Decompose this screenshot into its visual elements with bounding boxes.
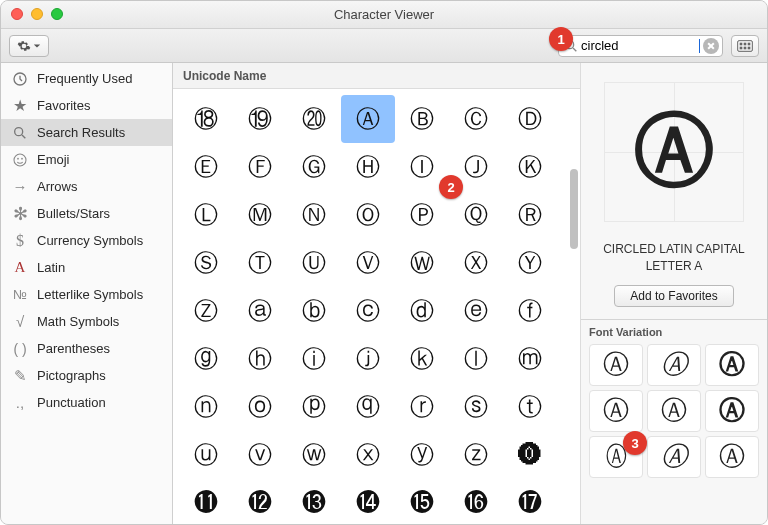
char-cell[interactable]: Ⓦ — [395, 239, 449, 287]
font-variation-cell[interactable]: Ⓐ — [589, 390, 643, 432]
char-cell[interactable]: ⓬ — [233, 479, 287, 524]
char-cell[interactable]: ⑲ — [233, 95, 287, 143]
action-menu-button[interactable] — [9, 35, 49, 57]
char-cell[interactable]: ⓥ — [233, 431, 287, 479]
char-cell[interactable]: Ⓧ — [449, 239, 503, 287]
char-cell[interactable]: Ⓥ — [341, 239, 395, 287]
sidebar-item-search-results[interactable]: Search Results — [1, 119, 172, 146]
sidebar-item-emoji[interactable]: Emoji — [1, 146, 172, 173]
sidebar-item-label: Emoji — [37, 152, 70, 167]
char-cell[interactable]: ⓑ — [287, 287, 341, 335]
close-button[interactable] — [11, 8, 23, 20]
char-cell[interactable]: ⑳ — [287, 95, 341, 143]
char-cell[interactable]: ⓭ — [287, 479, 341, 524]
sidebar-item-letterlike-symbols[interactable]: №Letterlike Symbols — [1, 281, 172, 308]
char-cell[interactable]: Ⓢ — [179, 239, 233, 287]
char-cell[interactable]: ⓯ — [395, 479, 449, 524]
char-cell[interactable]: ⓝ — [179, 383, 233, 431]
char-cell[interactable]: ⓤ — [179, 431, 233, 479]
char-cell[interactable]: ⓛ — [449, 335, 503, 383]
char-cell[interactable]: ⓔ — [449, 287, 503, 335]
char-cell[interactable]: Ⓠ — [449, 191, 503, 239]
char-cell[interactable]: Ⓤ — [287, 239, 341, 287]
font-variation-cell[interactable]: Ⓐ — [705, 436, 759, 478]
char-cell[interactable]: ⓡ — [395, 383, 449, 431]
svg-rect-4 — [744, 42, 747, 45]
sidebar-item-arrows[interactable]: →Arrows — [1, 173, 172, 200]
char-cell[interactable]: ⓦ — [287, 431, 341, 479]
char-cell[interactable]: ⓰ — [449, 479, 503, 524]
sidebar-item-latin[interactable]: ALatin — [1, 254, 172, 281]
sidebar-item-bullets-stars[interactable]: ✻Bullets/Stars — [1, 200, 172, 227]
font-variation-cell[interactable]: Ⓐ — [647, 390, 701, 432]
font-variation-cell[interactable]: Ⓐ — [647, 436, 701, 478]
titlebar: Character Viewer — [1, 1, 767, 29]
sidebar-item-frequently-used[interactable]: Frequently Used — [1, 65, 172, 92]
char-cell[interactable]: ⓚ — [395, 335, 449, 383]
char-cell[interactable]: Ⓐ — [341, 95, 395, 143]
char-cell[interactable]: Ⓡ — [503, 191, 557, 239]
minimize-button[interactable] — [31, 8, 43, 20]
char-cell[interactable]: Ⓞ — [341, 191, 395, 239]
char-cell[interactable]: Ⓔ — [179, 143, 233, 191]
clear-search-button[interactable] — [703, 38, 719, 54]
font-variation-cell[interactable]: Ⓐ — [705, 344, 759, 386]
char-cell[interactable]: ⓧ — [341, 431, 395, 479]
char-cell[interactable]: ⓟ — [287, 383, 341, 431]
char-cell[interactable]: ⓓ — [395, 287, 449, 335]
svg-point-12 — [14, 154, 26, 166]
char-cell[interactable]: Ⓒ — [449, 95, 503, 143]
font-variation-cell[interactable]: Ⓐ — [705, 390, 759, 432]
char-cell[interactable]: ⓕ — [503, 287, 557, 335]
char-cell[interactable]: ⑱ — [179, 95, 233, 143]
font-variation-cell[interactable]: Ⓐ — [647, 344, 701, 386]
svg-rect-2 — [738, 40, 753, 51]
sidebar-item-favorites[interactable]: ★Favorites — [1, 92, 172, 119]
toggle-view-button[interactable] — [731, 35, 759, 57]
sidebar-item-punctuation[interactable]: .,Punctuation — [1, 389, 172, 416]
char-cell[interactable]: Ⓕ — [233, 143, 287, 191]
char-cell[interactable]: ⓩ — [449, 431, 503, 479]
char-cell[interactable]: ⓫ — [179, 479, 233, 524]
char-cell[interactable]: Ⓜ — [233, 191, 287, 239]
char-cell[interactable]: ⓗ — [233, 335, 287, 383]
char-cell[interactable]: Ⓛ — [179, 191, 233, 239]
sidebar-item-parentheses[interactable]: ( )Parentheses — [1, 335, 172, 362]
char-cell[interactable]: ⓱ — [503, 479, 557, 524]
sidebar-item-currency-symbols[interactable]: $Currency Symbols — [1, 227, 172, 254]
char-cell[interactable]: Ⓓ — [503, 95, 557, 143]
char-cell[interactable]: Ⓨ — [503, 239, 557, 287]
char-cell[interactable]: ⓜ — [503, 335, 557, 383]
char-cell[interactable]: Ⓗ — [341, 143, 395, 191]
gear-icon — [17, 39, 31, 53]
search-field[interactable] — [558, 35, 723, 57]
char-cell[interactable]: ⓿ — [503, 431, 557, 479]
char-cell[interactable]: ⓮ — [341, 479, 395, 524]
char-cell[interactable]: ⓘ — [287, 335, 341, 383]
zoom-button[interactable] — [51, 8, 63, 20]
sidebar-item-math-symbols[interactable]: √Math Symbols — [1, 308, 172, 335]
char-cell[interactable]: Ⓝ — [287, 191, 341, 239]
char-cell[interactable]: ⓣ — [503, 383, 557, 431]
char-cell[interactable]: ⓞ — [233, 383, 287, 431]
search-input[interactable] — [581, 38, 700, 53]
char-cell[interactable]: ⓨ — [395, 431, 449, 479]
char-cell[interactable]: Ⓑ — [395, 95, 449, 143]
char-cell[interactable]: Ⓣ — [233, 239, 287, 287]
sidebar-item-pictographs[interactable]: ✎Pictographs — [1, 362, 172, 389]
char-cell[interactable]: ⓢ — [449, 383, 503, 431]
char-cell[interactable]: ⓠ — [341, 383, 395, 431]
grid-scroll[interactable]: ⑱⑲⑳ⒶⒷⒸⒹⒺⒻⒼⒽⒾⒿⓀⓁⓂⓃⓄⓅⓆⓇⓈⓉⓊⓋⓌⓍⓎⓏⓐⓑⓒⓓⓔⓕⓖⓗⓘⓙⓚ… — [173, 89, 580, 524]
char-cell[interactable]: ⓖ — [179, 335, 233, 383]
svg-point-14 — [21, 157, 23, 159]
char-cell[interactable]: ⓒ — [341, 287, 395, 335]
scrollbar-thumb[interactable] — [570, 169, 578, 249]
char-cell[interactable]: Ⓖ — [287, 143, 341, 191]
char-cell[interactable]: ⓐ — [233, 287, 287, 335]
char-cell[interactable]: Ⓟ — [395, 191, 449, 239]
char-cell[interactable]: ⓙ — [341, 335, 395, 383]
char-cell[interactable]: Ⓩ — [179, 287, 233, 335]
add-to-favorites-button[interactable]: Add to Favorites — [614, 285, 734, 307]
font-variation-cell[interactable]: Ⓐ — [589, 344, 643, 386]
char-cell[interactable]: Ⓚ — [503, 143, 557, 191]
